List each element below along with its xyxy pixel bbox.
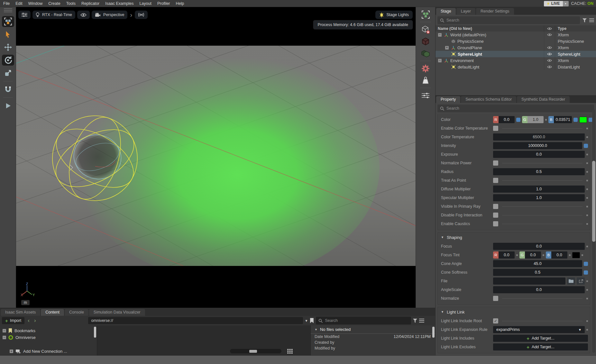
- content-tree-scrollbar[interactable]: [94, 327, 96, 338]
- menu-help[interactable]: Help: [176, 1, 184, 6]
- open-external-button[interactable]: [577, 278, 585, 285]
- column-visibility[interactable]: [544, 25, 555, 32]
- cone-softness-changed-indicator[interactable]: [584, 270, 588, 275]
- details-scrollbar[interactable]: [432, 327, 435, 338]
- menu-layout[interactable]: Layout: [139, 1, 151, 6]
- selection-mode-button[interactable]: [2, 16, 14, 27]
- anglescale-field[interactable]: 0.0: [493, 286, 585, 293]
- focus-field[interactable]: 0.0: [493, 243, 585, 250]
- cone-angle-changed-indicator[interactable]: [584, 262, 588, 266]
- property-search[interactable]: [437, 105, 594, 112]
- menu-window[interactable]: Window: [28, 1, 42, 6]
- toolbar-grip-handle[interactable]: [4, 8, 12, 12]
- physics-visualization-button[interactable]: [135, 11, 148, 19]
- menu-create[interactable]: Create: [48, 1, 60, 6]
- path-dropdown-button[interactable]: ▼: [305, 319, 308, 323]
- renderer-selector-button[interactable]: RTX - Real-Time: [32, 11, 75, 19]
- viewport-3d[interactable]: RTX - Real-Time Perspective: [16, 7, 416, 308]
- nav-forward-button[interactable]: ›: [33, 317, 37, 324]
- visible-in-primary-ray-checkbox[interactable]: [493, 204, 498, 209]
- frame-selection-button[interactable]: [420, 10, 431, 19]
- visibility-button[interactable]: [77, 11, 90, 19]
- viewport-options-button[interactable]: [18, 11, 31, 19]
- select-tool-button[interactable]: [2, 29, 14, 40]
- unit-selector[interactable]: m: [21, 300, 30, 305]
- shaping-section-header[interactable]: ▼ Shaping: [438, 233, 590, 241]
- menu-file[interactable]: File: [3, 1, 10, 6]
- color-b-field[interactable]: 0.03571: [554, 116, 572, 123]
- light-link-include-root-checkbox[interactable]: ✓: [493, 318, 498, 323]
- tab-simulation-data-visualizer[interactable]: Simulation Data Visualizer: [89, 309, 145, 316]
- specular-multiplier-field[interactable]: 1.0: [493, 194, 585, 201]
- tab-content[interactable]: Content: [41, 309, 64, 316]
- tab-semantics-schema-editor[interactable]: Semantics Schema Editor: [461, 96, 516, 103]
- nav-back-button[interactable]: ‹: [26, 317, 31, 324]
- enable-color-temperature-checkbox[interactable]: [493, 126, 498, 131]
- visibility-toggle[interactable]: [547, 65, 552, 68]
- enable-caustics-checkbox[interactable]: [493, 221, 498, 226]
- color-swatch[interactable]: [579, 117, 587, 123]
- expander-plus[interactable]: +: [445, 46, 449, 50]
- color-r-indicator[interactable]: [516, 118, 520, 122]
- expander-plus[interactable]: +: [10, 350, 13, 353]
- tab-console[interactable]: Console: [65, 309, 88, 316]
- focus-tint-swatch[interactable]: [572, 252, 580, 258]
- stage-row-environment[interactable]: − Environment Xform: [436, 57, 596, 64]
- strip-options-button[interactable]: [420, 91, 431, 100]
- focus-tint-b-field[interactable]: 0.0: [551, 251, 567, 259]
- stage-options-button[interactable]: [589, 18, 594, 22]
- menu-replicator[interactable]: Replicator: [81, 1, 99, 6]
- intensity-field[interactable]: 1000000.0: [493, 142, 582, 149]
- grid-view-button[interactable]: [287, 349, 293, 354]
- menu-profiler[interactable]: Profiler: [157, 1, 170, 6]
- tab-render-settings[interactable]: Render Settings: [476, 8, 514, 15]
- visibility-toggle[interactable]: [547, 59, 552, 62]
- tab-stage[interactable]: Stage: [436, 8, 456, 15]
- settings-gear-button[interactable]: [420, 64, 431, 73]
- details-header[interactable]: ▼ No files selected: [311, 325, 435, 334]
- stage-row-groundplane[interactable]: + GroundPlane Xform: [436, 44, 596, 51]
- disable-fog-interaction-checkbox[interactable]: [493, 213, 498, 218]
- visibility-toggle[interactable]: [547, 52, 552, 56]
- path-input[interactable]: [91, 318, 300, 323]
- visibility-toggle[interactable]: [547, 33, 552, 36]
- tab-property[interactable]: Property: [436, 96, 460, 103]
- menu-isaac-examples[interactable]: Isaac Examples: [105, 1, 133, 6]
- snap-tool-button[interactable]: [2, 84, 14, 95]
- rotate-tool-button[interactable]: [2, 55, 14, 66]
- stage-lights-button[interactable]: Stage Lights: [375, 11, 413, 19]
- play-button[interactable]: [2, 100, 14, 111]
- add-target-excludes-button[interactable]: + Add Target...: [493, 343, 588, 350]
- move-tool-button[interactable]: [2, 42, 14, 53]
- focus-tint-r-field[interactable]: 0.0: [499, 251, 515, 259]
- content-search[interactable]: [316, 317, 411, 324]
- add-target-includes-button[interactable]: + Add Target...: [493, 335, 588, 342]
- browse-file-button[interactable]: [567, 278, 575, 285]
- stage-row-world[interactable]: − World (defaultPrim) Xform: [436, 32, 596, 38]
- import-button[interactable]: + Import: [2, 317, 24, 324]
- live-dropdown-button[interactable]: ▼: [563, 1, 569, 6]
- tree-item-omniverse[interactable]: − Omniverse: [0, 334, 97, 341]
- physics-mass-button[interactable]: [420, 76, 431, 85]
- light-link-section-header[interactable]: ▼ Light Link: [438, 308, 590, 316]
- color-temperature-field[interactable]: 6500.0: [493, 133, 585, 141]
- cone-softness-field[interactable]: 0.5: [493, 269, 582, 276]
- path-bar[interactable]: [88, 317, 303, 324]
- content-filter-button[interactable]: [413, 319, 417, 323]
- menu-edit[interactable]: Edit: [15, 1, 23, 6]
- stage-row-physicsscene[interactable]: PhysicsScene PhysicsScene: [436, 38, 596, 44]
- viewport-toolbar-chevron[interactable]: ›: [129, 11, 133, 19]
- diffuse-multiplier-field[interactable]: 1.0: [493, 186, 585, 193]
- color-b-indicator[interactable]: [573, 118, 578, 122]
- expander-minus[interactable]: −: [3, 329, 6, 332]
- content-search-input[interactable]: [325, 318, 408, 323]
- stage-search-input[interactable]: [446, 18, 577, 23]
- color-g-field[interactable]: 1.0: [527, 116, 544, 123]
- file-grid-area[interactable]: [97, 325, 310, 355]
- scale-tool-button[interactable]: [2, 68, 14, 78]
- camera-selector-button[interactable]: Perspective: [92, 11, 127, 19]
- normalize-checkbox[interactable]: [493, 296, 498, 301]
- intensity-changed-indicator[interactable]: [584, 144, 588, 148]
- property-search-input[interactable]: [446, 106, 591, 111]
- tab-synthetic-data-recorder[interactable]: Synthetic Data Recorder: [517, 96, 570, 103]
